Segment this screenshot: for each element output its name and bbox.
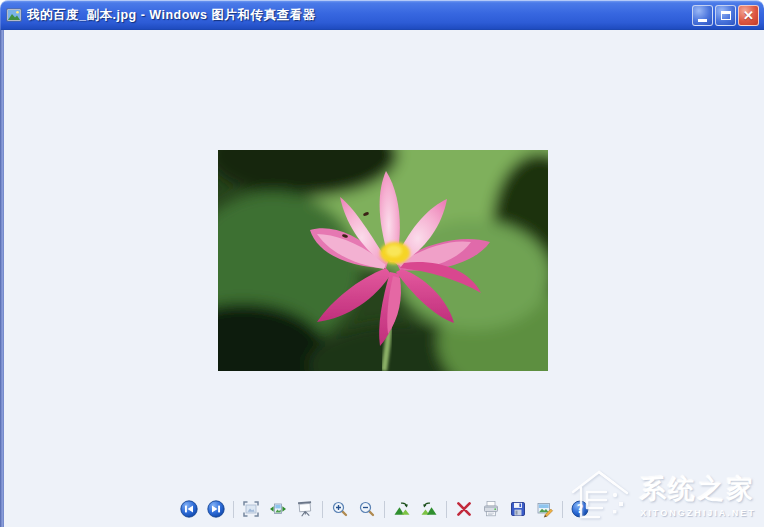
- minimize-icon: [698, 19, 707, 22]
- window-controls: ✕: [692, 5, 759, 26]
- print-icon: [482, 500, 500, 518]
- zoom-in-button[interactable]: [330, 499, 350, 519]
- photo-lotus: [218, 150, 548, 371]
- rotate-counterclockwise-icon: [420, 500, 438, 518]
- next-image-button[interactable]: [206, 499, 226, 519]
- slideshow-icon: [296, 500, 314, 518]
- actual-size-button[interactable]: [268, 499, 288, 519]
- previous-image-button[interactable]: [179, 499, 199, 519]
- toolbar-separator: [446, 501, 447, 518]
- save-button[interactable]: [508, 499, 528, 519]
- help-button[interactable]: ?: [570, 499, 590, 519]
- picture-viewer-window: 我的百度_副本.jpg - Windows 图片和传真查看器 ✕: [0, 0, 764, 527]
- delete-button[interactable]: [454, 499, 474, 519]
- rotate-clockwise-icon: [393, 500, 411, 518]
- help-icon: ?: [571, 500, 589, 518]
- print-button[interactable]: [481, 499, 501, 519]
- maximize-button[interactable]: [715, 5, 736, 26]
- close-icon: ✕: [743, 9, 754, 22]
- edit-icon: [536, 500, 554, 518]
- previous-image-icon: [180, 500, 198, 518]
- best-fit-icon: [242, 500, 260, 518]
- toolbar-separator: [384, 501, 385, 518]
- save-icon: [509, 500, 527, 518]
- titlebar: 我的百度_副本.jpg - Windows 图片和传真查看器 ✕: [0, 0, 764, 30]
- edit-button[interactable]: [535, 499, 555, 519]
- toolbar-separator: [322, 501, 323, 518]
- rotate-counterclockwise-button[interactable]: [419, 499, 439, 519]
- next-image-icon: [207, 500, 225, 518]
- toolbar-separator: [233, 501, 234, 518]
- close-button[interactable]: ✕: [738, 5, 759, 26]
- maximize-icon: [721, 11, 731, 20]
- picture-viewer-icon: [6, 7, 22, 23]
- actual-size-icon: [269, 500, 287, 518]
- best-fit-button[interactable]: [241, 499, 261, 519]
- slideshow-button[interactable]: [295, 499, 315, 519]
- toolbar: ?: [4, 496, 764, 522]
- delete-icon: [455, 500, 473, 518]
- svg-text:?: ?: [576, 502, 583, 516]
- minimize-button[interactable]: [692, 5, 713, 26]
- zoom-out-icon: [358, 500, 376, 518]
- zoom-in-icon: [331, 500, 349, 518]
- zoom-out-button[interactable]: [357, 499, 377, 519]
- window-left-border: [0, 30, 4, 527]
- window-title: 我的百度_副本.jpg - Windows 图片和传真查看器: [27, 7, 687, 24]
- rotate-clockwise-button[interactable]: [392, 499, 412, 519]
- toolbar-separator: [562, 501, 563, 518]
